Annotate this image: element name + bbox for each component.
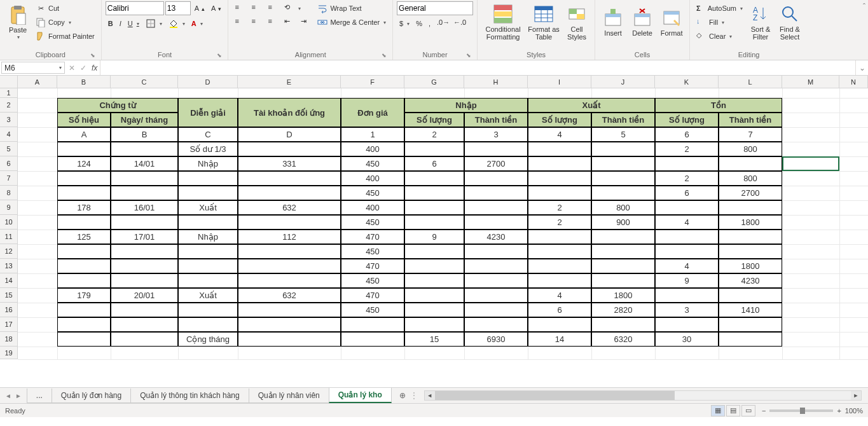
column-header[interactable]: J	[591, 76, 655, 88]
cell-value[interactable]: 4	[528, 288, 591, 303]
cell[interactable]	[111, 244, 178, 259]
fill-color-button[interactable]: ▾	[166, 17, 188, 31]
cell-value[interactable]: 6320	[591, 332, 655, 347]
cell[interactable]: Chứng từ	[57, 98, 178, 113]
cell[interactable]	[178, 244, 238, 259]
increase-indent-button[interactable]: ⇥	[298, 15, 313, 29]
sheet-nav-last-icon[interactable]: ►	[15, 392, 22, 399]
cell[interactable]	[655, 317, 719, 332]
cell[interactable]: Xuất	[528, 98, 655, 113]
cell[interactable]	[404, 303, 464, 317]
cell[interactable]	[464, 273, 528, 288]
cell[interactable]	[591, 186, 655, 200]
cell-value[interactable]: 800	[719, 142, 782, 156]
cell[interactable]: Số lượng	[655, 113, 719, 127]
cell[interactable]	[238, 332, 341, 347]
cell[interactable]	[528, 142, 591, 156]
cell[interactable]	[238, 317, 341, 332]
cell[interactable]	[464, 215, 528, 230]
cell[interactable]: 3	[464, 127, 528, 142]
cell-value[interactable]: 450	[341, 244, 404, 259]
cell-value[interactable]: 14/01	[111, 156, 178, 171]
align-left-button[interactable]: ≡	[232, 15, 247, 29]
cell[interactable]	[528, 156, 591, 171]
align-right-button[interactable]: ≡	[265, 15, 280, 29]
underline-button[interactable]: U▾	[125, 17, 142, 31]
row-header[interactable]: 12	[0, 244, 17, 259]
fill-button[interactable]: ↓Fill▾	[694, 15, 745, 29]
cell[interactable]	[404, 244, 464, 259]
cell-value[interactable]: 2700	[719, 186, 782, 200]
cell-value[interactable]: Cộng tháng	[178, 332, 238, 347]
cell-value[interactable]: 17/01	[111, 230, 178, 244]
cell-value[interactable]: 632	[238, 200, 341, 215]
cell[interactable]	[111, 317, 178, 332]
cell[interactable]	[238, 142, 341, 156]
cell[interactable]: Thành tiền	[719, 113, 782, 127]
accounting-format-button[interactable]: $▾	[397, 17, 412, 31]
cell[interactable]	[655, 230, 719, 244]
cell[interactable]: 7	[719, 127, 782, 142]
cell[interactable]	[238, 171, 341, 186]
format-painter-button[interactable]: Format Painter	[33, 29, 97, 43]
scroll-thumb[interactable]	[435, 391, 675, 400]
cell[interactable]	[464, 317, 528, 332]
sort-filter-button[interactable]: AZSort & Filter	[747, 1, 775, 43]
sheet-tab-ellipsis[interactable]: ...	[27, 388, 52, 403]
cell-value[interactable]: 124	[57, 156, 111, 171]
cell[interactable]: B	[111, 127, 178, 142]
cell-value[interactable]: 2	[655, 142, 719, 156]
zoom-in-button[interactable]: +	[837, 407, 841, 415]
cell[interactable]	[591, 171, 655, 186]
cell[interactable]	[404, 317, 464, 332]
select-all-corner[interactable]	[0, 76, 18, 88]
cell[interactable]: 4	[528, 127, 591, 142]
align-top-button[interactable]: ≡	[232, 1, 247, 15]
cell-value[interactable]: 4	[655, 259, 719, 273]
cell[interactable]	[238, 273, 341, 288]
cell[interactable]	[111, 186, 178, 200]
cell[interactable]: Thành tiền	[464, 113, 528, 127]
cell[interactable]: Diễn giải	[178, 98, 238, 127]
cell[interactable]: Đơn giá	[341, 98, 404, 127]
cell[interactable]	[178, 317, 238, 332]
column-header[interactable]: A	[18, 76, 57, 88]
cell-value[interactable]: 2	[655, 171, 719, 186]
cell[interactable]	[57, 273, 111, 288]
find-select-button[interactable]: Find & Select	[776, 1, 804, 43]
cell[interactable]: Nhập	[404, 98, 528, 113]
paste-button[interactable]: Paste ▾	[4, 1, 32, 43]
decrease-font-button[interactable]: A▾	[209, 1, 224, 15]
decrease-decimal-button[interactable]: ←.0	[451, 17, 466, 31]
cell-value[interactable]: 470	[341, 288, 404, 303]
cell[interactable]	[464, 244, 528, 259]
sheet-tab[interactable]: Quản lý thông tin khách hàng	[130, 388, 249, 403]
align-middle-button[interactable]: ≡	[249, 1, 264, 15]
row-header[interactable]: 3	[0, 113, 17, 127]
cell[interactable]	[111, 303, 178, 317]
page-layout-view-button[interactable]: ▤	[726, 405, 740, 416]
cell-value[interactable]: Xuất	[178, 200, 238, 215]
row-header[interactable]: 6	[0, 156, 17, 171]
cell[interactable]	[404, 215, 464, 230]
row-header[interactable]: 4	[0, 127, 17, 142]
cell-value[interactable]: 450	[341, 186, 404, 200]
font-name-select[interactable]	[106, 1, 164, 15]
cell-value[interactable]: 2820	[591, 303, 655, 317]
dialog-launcher-icon[interactable]: ⬊	[90, 52, 96, 58]
add-sheet-button[interactable]: ⊕	[395, 388, 410, 403]
column-header[interactable]: E	[238, 76, 341, 88]
cell[interactable]	[111, 273, 178, 288]
cell-value[interactable]: Nhập	[178, 156, 238, 171]
column-header[interactable]: H	[464, 76, 528, 88]
wrap-text-button[interactable]: Wrap Text	[315, 1, 389, 15]
cut-button[interactable]: ✂Cut	[33, 1, 97, 15]
zoom-out-button[interactable]: −	[762, 407, 766, 415]
row-header[interactable]: 10	[0, 215, 17, 230]
cell[interactable]	[464, 288, 528, 303]
cell-value[interactable]: 400	[341, 142, 404, 156]
cell[interactable]: 5	[591, 127, 655, 142]
sheet-nav-first-icon[interactable]: ◄	[5, 392, 11, 399]
fx-icon[interactable]: fx	[92, 64, 97, 72]
cell[interactable]	[178, 273, 238, 288]
